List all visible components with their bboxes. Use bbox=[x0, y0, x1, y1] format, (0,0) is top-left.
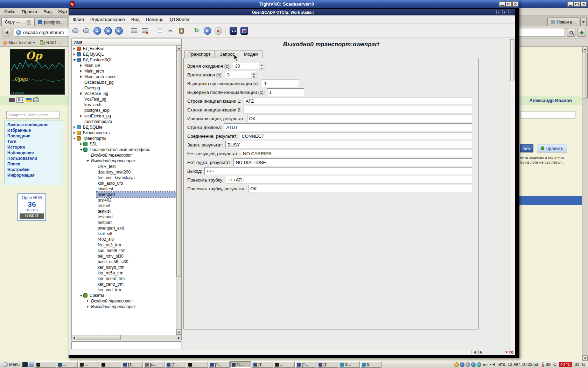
sidebar-link-8[interactable]: Настройки bbox=[5, 167, 63, 172]
back-button[interactable] bbox=[2, 28, 12, 37]
print-icon[interactable] bbox=[33, 98, 38, 102]
tree-item-kok-auto-ufo[interactable]: kok_auto_ufo bbox=[72, 180, 176, 186]
tree-item-bach-ns56-si30[interactable]: bach_ns56_si30 bbox=[72, 259, 176, 265]
item-del-icon[interactable]: × bbox=[140, 26, 149, 35]
tree-item-ker-nsryb-trm[interactable]: ker_nsryb_trm bbox=[72, 265, 176, 270]
close-icon[interactable] bbox=[512, 1, 518, 7]
tree-column-header[interactable]: Имя bbox=[72, 39, 181, 46]
search-button[interactable] bbox=[567, 28, 575, 37]
tree-item-vcabase-pg[interactable]: VcaBase_pg bbox=[72, 91, 176, 96]
minimize-icon[interactable] bbox=[567, 1, 573, 7]
spin-up-icon[interactable] bbox=[251, 71, 257, 75]
delete-post-button[interactable]: лить bbox=[520, 144, 533, 152]
scrollbar-thumb[interactable] bbox=[583, 53, 588, 98]
collapse-icon[interactable] bbox=[79, 147, 83, 152]
db-load-icon[interactable] bbox=[71, 26, 80, 35]
tab-postgres[interactable]: postgres... bbox=[35, 18, 67, 26]
sidebar-link-4[interactable]: История bbox=[5, 144, 63, 150]
field-input-4[interactable]: ATZ bbox=[244, 97, 472, 105]
tree-item-n19[interactable]: Входной транспорт: bbox=[72, 152, 176, 158]
taskbar-window-button-15[interactable]: S... bbox=[360, 361, 382, 368]
sidebar-link-1[interactable]: Избранные bbox=[5, 128, 63, 133]
openhub-i-use-it-button[interactable]: I USE IT bbox=[20, 213, 44, 219]
tray-icon-1[interactable] bbox=[460, 362, 464, 367]
expand-icon[interactable] bbox=[72, 52, 77, 57]
nav-back-icon[interactable]: ◀ bbox=[103, 26, 113, 35]
tree-item-bel-rchv-si30[interactable]: bel_rchv_si30 bbox=[72, 253, 176, 259]
scroll-right-icon[interactable] bbox=[478, 350, 483, 354]
tab-0[interactable]: Транспорт bbox=[184, 50, 215, 58]
tree-item-oscadalibs-pg[interactable]: OscadaLibs_pg bbox=[72, 80, 176, 85]
collapse-icon[interactable] bbox=[79, 293, 83, 298]
download-button[interactable] bbox=[578, 28, 586, 37]
tree-item-owenpart-exit[interactable]: owenpart_exit bbox=[72, 225, 176, 231]
expand-icon[interactable] bbox=[72, 130, 77, 136]
panel-vertical-scrollbar[interactable] bbox=[510, 39, 515, 349]
field-input-13[interactable]: +++ATH bbox=[226, 176, 472, 184]
tree-item-ssl[interactable]: SSL bbox=[72, 141, 176, 147]
sidebar-link-2[interactable]: Последние bbox=[5, 133, 63, 139]
maximize-icon[interactable] bbox=[574, 1, 580, 7]
field-input-10[interactable]: NO CARRIER bbox=[241, 150, 472, 157]
expand-icon[interactable] bbox=[86, 304, 90, 309]
tree-item-n44[interactable]: Сокеты bbox=[72, 293, 176, 298]
scroll-left-icon[interactable] bbox=[72, 335, 77, 340]
firefox-menu-2[interactable]: Вид bbox=[41, 8, 55, 15]
sidebar-link-7[interactable]: Поиск bbox=[5, 161, 63, 167]
scrollbar-thumb[interactable] bbox=[510, 39, 514, 81]
app-menu-0[interactable]: Файл bbox=[70, 16, 87, 23]
expand-icon[interactable] bbox=[79, 63, 83, 68]
app-menu-1[interactable]: Редактирование bbox=[88, 16, 128, 23]
spin-up-icon[interactable] bbox=[259, 62, 265, 66]
tree-item-n15[interactable]: Безопасность bbox=[72, 130, 176, 136]
tree-item-owenpart[interactable]: owenpart bbox=[72, 192, 176, 197]
spin-down-icon[interactable] bbox=[251, 75, 257, 79]
tree-item-raschtempdata[interactable]: raschtempdata bbox=[72, 119, 176, 124]
app-menu-2[interactable]: Вид bbox=[128, 16, 142, 23]
tree-item-ker-ns5a-trm[interactable]: ker_ns5a_trm bbox=[72, 270, 176, 276]
desktop-icon[interactable] bbox=[29, 362, 34, 367]
tree-item-test402[interactable]: test402 bbox=[72, 197, 176, 203]
taskbar-window-button-3[interactable]: ... bbox=[100, 361, 121, 368]
tree-item-postgres-exp[interactable]: postgres_exp bbox=[72, 108, 176, 113]
nav-up-icon[interactable]: ▲ bbox=[92, 26, 102, 35]
tree-item-firebird[interactable]: БД FireBird bbox=[72, 46, 176, 52]
field-input-0[interactable]: 30 bbox=[233, 62, 265, 70]
tree-item-postgresql[interactable]: БД PostgreSQL bbox=[72, 57, 176, 63]
tree-item-mysql[interactable]: БД MySQL bbox=[72, 52, 176, 57]
edit-post-button[interactable]: Править bbox=[537, 144, 567, 152]
vnc-titlebar[interactable]: TightVNC: Scadaserver:0 bbox=[69, 0, 519, 8]
field-input-5[interactable] bbox=[244, 106, 472, 114]
expand-icon[interactable] bbox=[79, 74, 83, 80]
firefox-menu-1[interactable]: Правка bbox=[19, 8, 40, 15]
spin-buttons[interactable] bbox=[259, 62, 265, 69]
scrollbar-thumb[interactable] bbox=[77, 335, 121, 340]
bookmark-raid[interactable]: RAID-... bbox=[40, 40, 61, 45]
cut-icon[interactable]: ✂ bbox=[166, 26, 175, 35]
tab-new[interactable]: Новая в... bbox=[547, 18, 579, 26]
spin-buttons[interactable] bbox=[251, 71, 257, 78]
field-input-14[interactable]: OK bbox=[248, 185, 472, 192]
collapse-icon[interactable] bbox=[86, 158, 90, 164]
db-save-icon[interactable] bbox=[82, 26, 91, 35]
tree-item-testkizil[interactable]: testkizil bbox=[72, 209, 176, 214]
field-input-6[interactable]: OK bbox=[247, 115, 472, 122]
scroll-up-icon[interactable] bbox=[582, 47, 588, 52]
tab-1[interactable]: Запрос bbox=[216, 50, 239, 58]
scroll-down-icon[interactable] bbox=[176, 329, 181, 335]
minimize-icon[interactable] bbox=[502, 10, 507, 14]
field-input-2[interactable]: 1 bbox=[262, 80, 299, 87]
expand-icon[interactable] bbox=[79, 113, 83, 119]
firefox-menu-3[interactable]: Жур bbox=[55, 8, 69, 15]
app-menu-3[interactable]: Помощь bbox=[143, 16, 166, 23]
taskbar-window-button-0[interactable]: ... bbox=[35, 361, 56, 368]
copy-icon[interactable] bbox=[155, 26, 164, 35]
scrollbar-thumb[interactable] bbox=[176, 51, 181, 277]
sidebar-link-0[interactable]: Личные сообщения bbox=[5, 122, 63, 128]
tree-item-ker-nsord-trm[interactable]: ker_nsord_trm bbox=[72, 276, 176, 281]
nav-forward-icon[interactable]: ▶ bbox=[114, 26, 124, 35]
tree-item-vcaelectro-pg[interactable]: vcaElectro_pg bbox=[72, 113, 176, 119]
terminal-icon[interactable] bbox=[22, 362, 28, 367]
app-menu-qtstarter[interactable]: QTStarter bbox=[167, 16, 192, 23]
field-input-7[interactable]: ATDT bbox=[224, 123, 472, 131]
